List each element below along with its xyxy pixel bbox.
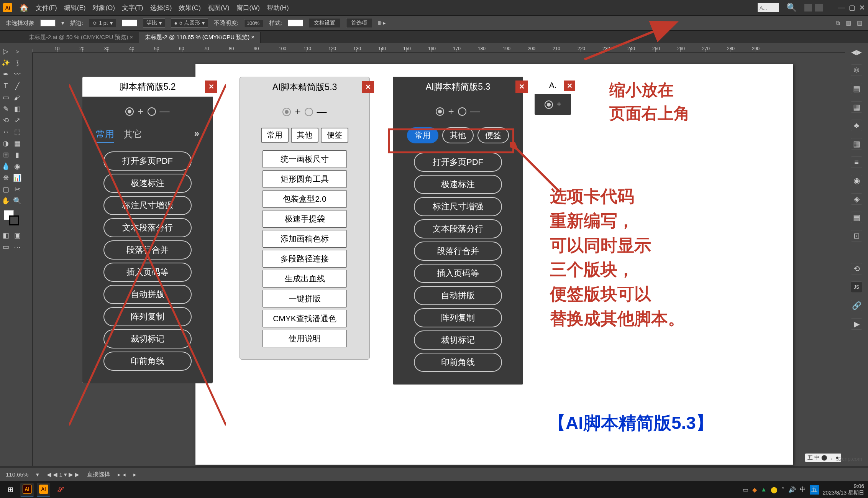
mesh-tool[interactable]: ⊞ bbox=[0, 150, 11, 160]
btn-53w-9[interactable]: 使用说明 bbox=[263, 330, 347, 347]
btn-53w-3[interactable]: 极速手提袋 bbox=[263, 210, 347, 228]
tray-up-icon[interactable]: ˄ bbox=[781, 486, 784, 493]
doc-tab-1[interactable]: 未标题-2.ai @ 50 % (CMYK/CPU 预览) × bbox=[23, 32, 139, 43]
menu-view[interactable]: 视图(V) bbox=[208, 3, 230, 12]
menu-help[interactable]: 帮助(H) bbox=[267, 3, 289, 12]
symbol-spray[interactable]: ❋ bbox=[0, 173, 11, 183]
tray-icon[interactable]: ▲ bbox=[761, 486, 767, 493]
btn-53d-6[interactable]: 自动拼版 bbox=[414, 286, 502, 305]
panel-53d-close[interactable]: ✕ bbox=[515, 81, 528, 93]
minimize-icon[interactable]: — bbox=[838, 3, 845, 12]
tab-53w-notes[interactable]: 便签 bbox=[321, 128, 348, 143]
btn-53w-8[interactable]: CMYK查找潘通色 bbox=[263, 310, 347, 327]
btn-52-8[interactable]: 裁切标记 bbox=[103, 329, 192, 348]
graph-tool[interactable]: 📊 bbox=[12, 173, 23, 183]
panel-mini-close[interactable]: ✕ bbox=[564, 81, 575, 91]
tray-ime-zh[interactable]: 中 bbox=[800, 486, 806, 494]
align-icon[interactable]: ⊪▸ bbox=[378, 20, 386, 26]
taskbar-ai-1[interactable]: Ai bbox=[20, 483, 34, 496]
curvature-tool[interactable]: 〰 bbox=[12, 69, 23, 80]
type-tool[interactable]: T bbox=[0, 81, 11, 91]
tray-icon[interactable]: ▭ bbox=[743, 486, 748, 493]
rotate-tool[interactable]: ⟲ bbox=[0, 115, 11, 126]
close-icon[interactable]: ✕ bbox=[859, 3, 865, 12]
align-icon[interactable]: ▤ bbox=[851, 212, 862, 223]
eraser-tool[interactable]: ◧ bbox=[12, 104, 23, 114]
radio-checked[interactable] bbox=[436, 107, 444, 116]
btn-53w-0[interactable]: 统一画板尺寸 bbox=[263, 150, 347, 168]
radio-checked[interactable] bbox=[282, 108, 291, 116]
pin-icon[interactable]: ⧉ bbox=[836, 20, 840, 26]
btn-52-0[interactable]: 打开多页PDF bbox=[103, 151, 192, 171]
btn-53d-4[interactable]: 段落行合并 bbox=[414, 242, 502, 261]
link-icon[interactable]: 🔗 bbox=[851, 300, 862, 311]
stroke-icon[interactable]: ◉ bbox=[851, 175, 862, 186]
btn-53w-5[interactable]: 多段路径连接 bbox=[263, 250, 347, 268]
btn-53d-0[interactable]: 打开多页PDF bbox=[414, 153, 502, 172]
eyedropper-tool[interactable]: 💧 bbox=[0, 161, 11, 172]
gradient-tool[interactable]: ▮ bbox=[12, 150, 23, 160]
club-icon[interactable]: ♣ bbox=[851, 120, 862, 131]
workspace-icon[interactable] bbox=[815, 4, 823, 12]
btn-53w-6[interactable]: 生成出血线 bbox=[263, 270, 347, 288]
menu-type[interactable]: 文字(T) bbox=[122, 3, 143, 12]
tray-ime-box[interactable]: 五 bbox=[810, 485, 819, 495]
btn-52-9[interactable]: 印前角线 bbox=[103, 352, 192, 371]
layers-icon[interactable]: ◈ bbox=[851, 193, 862, 205]
tray-icon[interactable]: ◆ bbox=[752, 486, 757, 493]
screen-mode[interactable]: ▭ bbox=[0, 242, 11, 252]
menu-window[interactable]: 窗口(W) bbox=[236, 3, 260, 12]
free-transform[interactable]: ⬚ bbox=[12, 127, 23, 137]
arrange-icon[interactable] bbox=[804, 4, 812, 12]
fill-stroke-swatch[interactable] bbox=[4, 210, 19, 225]
style-swatch[interactable] bbox=[288, 20, 303, 26]
pen-tool[interactable]: ✒ bbox=[0, 69, 11, 80]
rectangle-tool[interactable]: ▭ bbox=[0, 92, 11, 103]
btn-52-5[interactable]: 插入页码等 bbox=[103, 263, 192, 282]
zoom-tool[interactable]: 🔍 bbox=[12, 196, 23, 206]
taskbar-clock[interactable]: 9:062023/8/13 星期日 bbox=[823, 483, 864, 496]
tray-sound-icon[interactable]: 🔊 bbox=[788, 486, 796, 493]
artboard-tool[interactable]: ▢ bbox=[0, 184, 11, 195]
shape-builder[interactable]: ◑ bbox=[0, 138, 11, 149]
title-search-box[interactable]: A... bbox=[758, 3, 779, 12]
btn-53d-7[interactable]: 阵列复制 bbox=[414, 308, 502, 327]
expand-icon[interactable]: ◀▶ bbox=[851, 47, 862, 58]
taskbar-app-3[interactable]: 𝒮 bbox=[53, 483, 67, 496]
grid-icon[interactable]: ▦ bbox=[846, 20, 851, 26]
tab-52-common[interactable]: 常用 bbox=[96, 128, 114, 143]
radio-unchecked[interactable] bbox=[458, 107, 466, 116]
btn-53w-2[interactable]: 包装盒型2.0 bbox=[263, 190, 347, 208]
artboard-nav[interactable]: ◀ ◀ 1 ▾ ▶ ▶ bbox=[47, 471, 79, 478]
lasso-tool[interactable]: ⟆ bbox=[12, 58, 23, 68]
panel-53w-close[interactable]: ✕ bbox=[362, 81, 374, 93]
brush-preset[interactable]: ● 5 点圆形 ▾ bbox=[171, 18, 208, 28]
properties-icon[interactable]: ▤ bbox=[851, 83, 862, 94]
magic-wand-tool[interactable]: ✨ bbox=[0, 58, 11, 68]
menu-file[interactable]: 文件(F) bbox=[36, 3, 57, 12]
history-icon[interactable]: ⟲ bbox=[851, 263, 862, 274]
width-tool[interactable]: ↔ bbox=[0, 127, 11, 137]
atom-icon[interactable]: ⚛ bbox=[851, 64, 862, 76]
radio-unchecked[interactable] bbox=[148, 107, 156, 116]
libraries-icon[interactable]: ▦ bbox=[851, 101, 862, 113]
opacity-input[interactable] bbox=[244, 19, 263, 27]
btn-53d-5[interactable]: 插入页码等 bbox=[414, 264, 502, 283]
tray-icon[interactable]: ⬤ bbox=[771, 486, 778, 493]
start-icon[interactable]: ⊞ bbox=[4, 483, 17, 496]
btn-52-6[interactable]: 自动拼版 bbox=[103, 285, 192, 304]
search-icon[interactable]: 🔍 bbox=[786, 3, 797, 13]
perspective-tool[interactable]: ▦ bbox=[12, 138, 23, 149]
radio-mini[interactable] bbox=[545, 100, 553, 109]
slice-tool[interactable]: ✂ bbox=[12, 184, 23, 195]
direct-select-tool[interactable]: ▹ bbox=[12, 46, 23, 57]
line-tool[interactable]: ╱ bbox=[12, 81, 23, 91]
menu-select[interactable]: 选择(S) bbox=[150, 3, 172, 12]
panel-52-close[interactable]: ✕ bbox=[205, 81, 217, 93]
scale-tool[interactable]: ⤢ bbox=[12, 115, 23, 126]
panel-icon[interactable]: ▤ bbox=[857, 20, 862, 26]
btn-53d-1[interactable]: 极速标注 bbox=[414, 175, 502, 194]
radio-unchecked[interactable] bbox=[305, 108, 313, 116]
shaper-tool[interactable]: ✎ bbox=[0, 104, 11, 114]
selection-tool[interactable]: ▷ bbox=[0, 46, 11, 57]
